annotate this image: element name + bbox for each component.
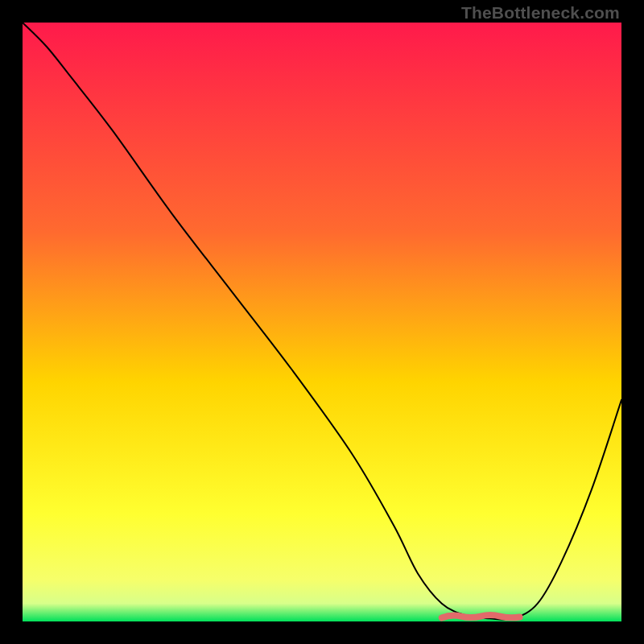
chart-frame (23, 23, 621, 621)
gradient-background (23, 23, 621, 621)
valley-highlight (442, 615, 520, 618)
watermark-text: TheBottleneck.com (461, 3, 620, 23)
bottleneck-chart (23, 23, 621, 621)
